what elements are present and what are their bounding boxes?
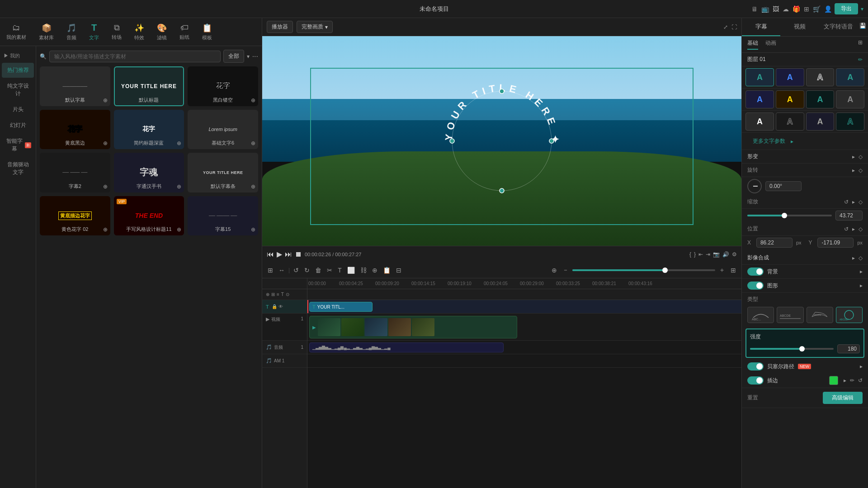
template-zimu2[interactable]: ── ─── ── ⊕ 字幕2 — [40, 153, 110, 192]
bezier-toggle[interactable] — [747, 362, 764, 371]
save-preset-icon[interactable]: 💾 — [858, 18, 868, 36]
shape-type-1[interactable]: ABC... — [747, 307, 774, 323]
blend-diamond[interactable]: ◇ — [859, 255, 863, 261]
background-toggle[interactable] — [747, 267, 764, 276]
cloud-icon[interactable]: ☁ — [783, 5, 789, 13]
template-black-white[interactable]: 花字 ⊕ 黑白镂空 — [188, 66, 258, 106]
toolbar-stickers[interactable]: 🏷 贴纸 — [173, 21, 196, 42]
intensity-slider[interactable] — [750, 348, 834, 350]
toolbar-my-assets[interactable]: 🗂 我的素材 — [0, 21, 33, 42]
lock-icon[interactable]: 🔒 — [272, 304, 277, 309]
shape-type-4[interactable]: ABCDEF — [836, 307, 863, 323]
scale-diamond[interactable]: ◇ — [859, 199, 863, 205]
user-icon[interactable]: 👤 — [824, 5, 832, 13]
bezier-arrow[interactable]: ▸ — [860, 363, 863, 370]
text-clip[interactable]: T YOUR TITL... — [309, 302, 373, 312]
stop-button[interactable]: ⏹ — [295, 250, 302, 258]
sub-tab-basic[interactable]: 基础 — [747, 39, 758, 50]
shape-type-3[interactable]: 3D0% — [807, 307, 833, 323]
advanced-edit-button[interactable]: 高级编辑 — [823, 392, 863, 404]
photo-icon[interactable]: 🖼 — [773, 5, 779, 13]
sidebar-plain-text[interactable]: 纯文字设计 — [2, 79, 34, 101]
next-frame-icon[interactable]: ⇥ — [706, 251, 710, 258]
copy-button[interactable]: ⊕ — [370, 266, 379, 275]
filter-button[interactable]: 全部 — [223, 50, 244, 63]
template-zimu15[interactable]: ── ──── ── ⊕ 字幕15 — [188, 196, 258, 236]
rotation-diamond[interactable]: ◇ — [859, 167, 863, 174]
toolbar-transitions[interactable]: ⧉ 转场 — [105, 21, 128, 42]
cart-icon[interactable]: 🛒 — [813, 5, 821, 13]
redo-button[interactable]: ↻ — [302, 266, 311, 275]
paste-button[interactable]: 📋 — [381, 266, 392, 275]
play-button[interactable]: ▶ — [277, 250, 282, 258]
edit-icon[interactable]: ✏ — [858, 56, 863, 63]
font-style-blue[interactable]: A — [776, 68, 804, 86]
sidebar-title-card[interactable]: 片头 — [2, 102, 34, 117]
template-yellow-flower[interactable]: 黄底描边花字 ⊕ 黄色花字 02 — [40, 196, 110, 236]
grid-icon[interactable]: ⊞ — [804, 5, 809, 13]
font-style-outline[interactable]: A — [806, 68, 835, 86]
tab-subtitle[interactable]: 字幕 — [742, 18, 780, 36]
position-reset-icon[interactable]: ↺ — [844, 226, 849, 232]
scale-slider[interactable] — [747, 215, 832, 216]
volume-icon[interactable]: 🔊 — [722, 251, 729, 258]
font-style-white[interactable]: A — [745, 113, 774, 131]
sidebar-recommended[interactable]: 热门推荐 — [2, 63, 34, 78]
template-the-end[interactable]: VIP THE END ⊕ 手写风格设计标题11 — [114, 196, 184, 236]
zoom-out-button[interactable]: － — [561, 265, 571, 275]
arrange-button[interactable]: ⊟ — [394, 266, 403, 275]
circular-text-overlay[interactable]: YOUR TITLE HERE ✦ — [434, 73, 570, 209]
zoom-slider[interactable] — [572, 269, 715, 271]
text-tool-button[interactable]: T — [336, 266, 344, 275]
ripple-color[interactable] — [829, 376, 838, 385]
quality-button[interactable]: 完整画质 ▾ — [297, 21, 333, 33]
chevron-down-icon[interactable]: ▾ — [247, 53, 250, 60]
gift-icon[interactable]: 🎁 — [793, 5, 800, 13]
shape-arrow[interactable]: ▸ — [860, 282, 863, 289]
timeline-tool-2[interactable]: ↔ — [277, 266, 287, 275]
font-style-dark-outline[interactable]: A — [806, 113, 835, 131]
more-params-button[interactable]: 更多文字参数 — [747, 136, 791, 147]
track-ctrl-icon2[interactable]: ⊞ — [271, 292, 275, 297]
track-ctrl-icon[interactable]: ⊕ — [266, 292, 269, 297]
font-style-teal-grad[interactable]: A — [806, 90, 835, 108]
settings-icon[interactable]: ⚙ — [732, 251, 737, 258]
delete-button[interactable]: 🗑 — [313, 266, 323, 275]
rotation-arrow[interactable]: ▸ — [852, 167, 855, 174]
fullscreen-icon[interactable]: ⤢ — [723, 24, 728, 30]
sidebar-audio-driven[interactable]: 音频驱动文字 — [2, 157, 34, 180]
font-style-outline-gray[interactable]: A — [776, 113, 804, 131]
bg-arrow[interactable]: ▸ — [860, 268, 863, 275]
view-mode-button[interactable]: ⊞ — [729, 266, 738, 275]
screenshot-icon[interactable]: 📷 — [713, 251, 720, 258]
template-zihun[interactable]: 字魂 ⊕ 字通汉手书 — [114, 153, 184, 192]
font-style-gray[interactable]: A — [836, 90, 864, 108]
toolbar-effects[interactable]: ✨ 特效 — [128, 21, 151, 43]
ripple-toggle[interactable] — [747, 376, 764, 385]
toolbar-audio[interactable]: 🎵 音频 — [60, 21, 83, 43]
y-input[interactable] — [817, 238, 854, 248]
shape-toggle[interactable] — [747, 282, 764, 290]
forward-button[interactable]: ⏭ — [285, 250, 292, 258]
ripple-reset-icon[interactable]: ↺ — [858, 377, 863, 384]
transform-arrow[interactable]: ▸ — [852, 154, 855, 160]
template-simple-dark[interactable]: 花字 ⊕ 简约标题深蓝 — [114, 110, 184, 150]
x-input[interactable] — [756, 238, 793, 248]
toolbar-templates[interactable]: 📋 模板 — [196, 21, 218, 43]
scale-reset-icon[interactable]: ↺ — [844, 199, 849, 205]
font-style-yellow[interactable]: A — [776, 90, 804, 108]
track-ctrl-icon4[interactable]: T — [281, 292, 284, 297]
font-style-teal2[interactable]: A — [836, 68, 864, 86]
scale-arrow[interactable]: ▸ — [852, 199, 855, 205]
shape-type-2[interactable]: ABCDE — [777, 307, 803, 323]
rotation-wheel[interactable] — [747, 179, 762, 193]
position-arrow[interactable]: ▸ — [852, 226, 855, 232]
template-lorem[interactable]: Lorem ipsum ⊕ 基础文字6 — [188, 110, 258, 150]
eye-icon[interactable]: 👁 — [278, 304, 283, 309]
template-yellow-border[interactable]: 花字 ⊕ 黄底黑边 — [40, 110, 110, 150]
sidebar-slideshow[interactable]: 幻灯片 — [2, 118, 34, 133]
add-track-button[interactable]: ⊕ — [550, 266, 559, 275]
monitor-icon[interactable]: 🖥 — [751, 5, 758, 13]
prev-frame-icon[interactable]: ⇤ — [698, 251, 703, 258]
font-style-outline-teal[interactable]: A — [836, 113, 864, 131]
